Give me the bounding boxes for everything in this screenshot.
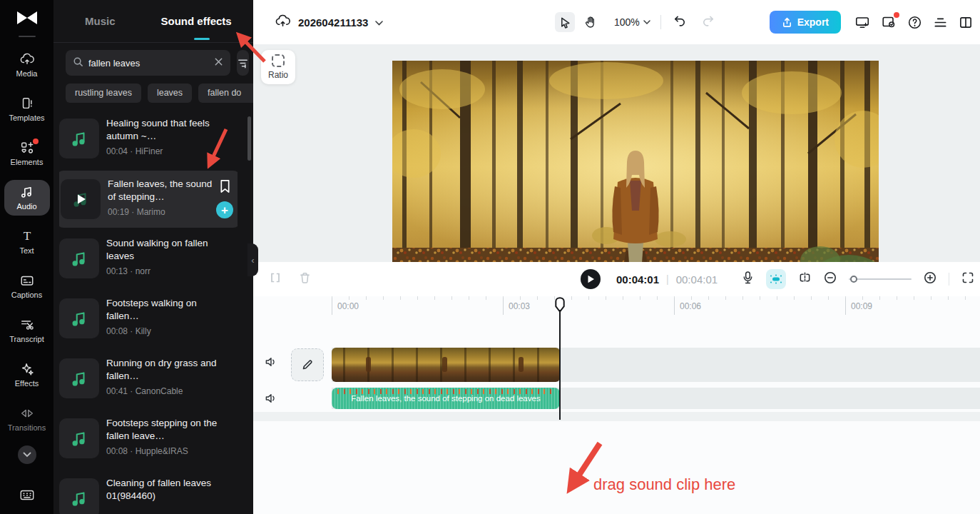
svg-text:T: T (23, 229, 31, 243)
capcut-logo-icon (15, 9, 39, 30)
search-icon (73, 56, 83, 70)
layout-panels-icon[interactable] (959, 16, 973, 29)
media-cloud-icon (19, 52, 35, 66)
send-to-device-icon[interactable] (854, 15, 870, 29)
ruler-tick-label: 00:09 (845, 298, 872, 315)
mute-video-track-icon[interactable] (265, 356, 277, 371)
sidebar-item-media[interactable]: Media (4, 47, 50, 83)
chip-rustling-leaves[interactable]: rustling leaves (66, 84, 141, 103)
sidebar-item-templates[interactable]: Templates (4, 91, 50, 127)
playhead-line[interactable] (559, 310, 561, 420)
export-button[interactable]: Export (770, 11, 841, 34)
record-voiceover-icon[interactable] (742, 271, 754, 288)
project-menu-chevron-icon[interactable] (375, 16, 383, 29)
chip-leaves[interactable]: leaves (148, 84, 192, 103)
timeline-zoom-slider[interactable] (849, 278, 912, 280)
sidebar-item-label: Captions (11, 291, 42, 299)
tabs-divider (53, 42, 253, 43)
audio-clip[interactable]: Fallen leaves, the sound of stepping on … (332, 388, 560, 409)
zoom-out-icon[interactable] (824, 271, 837, 287)
list-item[interactable]: Healing sound that feels autumn ~… 00:04… (59, 114, 238, 164)
video-clip[interactable] (332, 348, 560, 382)
chip-fallen-down[interactable]: fallen do (198, 84, 253, 103)
sound-meta: 00:13 · norr (106, 266, 219, 276)
music-note-icon (70, 249, 88, 268)
zoom-slider-handle[interactable] (850, 276, 857, 283)
select-tool-button[interactable] (555, 12, 575, 32)
list-item[interactable]: Running on dry grass and fallen… 00:41 ·… (59, 354, 238, 404)
sidebar-item-captions[interactable]: Captions (4, 268, 50, 304)
help-icon[interactable] (907, 15, 922, 30)
device-sync-icon[interactable] (881, 15, 897, 29)
timeline-play-button[interactable] (581, 269, 601, 289)
panel-collapse-handle[interactable]: ‹ (247, 243, 258, 276)
active-tab-underline (194, 38, 210, 40)
tab-music[interactable]: Music (85, 15, 116, 27)
toolbar-divider (660, 15, 661, 29)
edit-cover-button[interactable] (291, 348, 324, 381)
sound-title: Running on dry grass and fallen… (106, 357, 219, 383)
split-icon[interactable] (269, 271, 282, 287)
cloud-upload-icon (275, 14, 291, 31)
list-item[interactable]: Footsteps stepping on the fallen leave… … (59, 414, 238, 464)
timeline-toolbar: 00:04:01 | 00:04:01 (253, 262, 980, 296)
delete-icon[interactable] (299, 271, 311, 287)
sidebar-item-audio[interactable]: Audio (4, 180, 50, 216)
ruler-tick-label: 00:06 (674, 298, 701, 315)
list-item-selected[interactable]: Fallen leaves, the sound of stepping… 00… (59, 171, 238, 228)
list-item[interactable]: Sound walking on fallen leaves 00:13 · n… (59, 234, 238, 284)
sound-title: Healing sound that feels autumn ~… (106, 117, 219, 143)
sidebar-item-text[interactable]: T Text (4, 224, 50, 260)
empty-track-lane (253, 412, 980, 421)
sidebar-item-effects[interactable]: Effects (4, 357, 50, 393)
list-item[interactable]: Cleaning of fallen leaves 01(984460) (59, 474, 238, 514)
keyboard-shortcuts-button[interactable] (19, 489, 35, 504)
ratio-dashed-square-icon (272, 54, 285, 67)
bookmark-icon[interactable] (219, 179, 231, 196)
add-to-timeline-button[interactable]: + (216, 201, 233, 218)
current-time: 00:04:01 (616, 273, 659, 286)
sidebar-item-label: Media (16, 69, 38, 78)
elements-icon (19, 141, 35, 155)
undo-button[interactable] (673, 14, 686, 30)
music-note-icon (70, 489, 88, 508)
timeline-area[interactable]: 00:00 00:03 00:06 00:09 (253, 296, 980, 514)
sound-thumbnail[interactable] (59, 298, 99, 338)
rail-divider (19, 36, 36, 37)
sidebar-expand-button[interactable] (18, 445, 36, 464)
split-clip-icon[interactable] (798, 271, 812, 287)
play-icon[interactable] (61, 179, 101, 219)
sound-thumbnail[interactable] (59, 238, 99, 278)
search-box[interactable] (66, 50, 230, 76)
clear-search-icon[interactable] (214, 56, 223, 69)
editor-main: 202604211133 100% (253, 0, 980, 514)
search-input[interactable] (88, 58, 214, 69)
ratio-button[interactable]: Ratio (261, 50, 295, 84)
sidebar-item-transcript[interactable]: Transcript (4, 313, 50, 348)
redo-button[interactable] (702, 14, 715, 30)
tab-sound-effects[interactable]: Sound effects (161, 15, 232, 27)
sound-thumbnail[interactable] (61, 179, 101, 219)
mute-audio-track-icon[interactable] (265, 393, 277, 407)
sidebar-item-elements[interactable]: Elements (4, 136, 50, 171)
sound-thumbnail[interactable] (59, 119, 99, 158)
sound-thumbnail[interactable] (59, 478, 99, 514)
zoom-level-dropdown[interactable]: 100% (614, 16, 650, 28)
panel-scrollbar[interactable] (247, 116, 251, 161)
audio-library-panel: Music Sound effects rustling leaves leav… (53, 0, 253, 514)
hand-tool-button[interactable] (580, 12, 600, 32)
sound-thumbnail[interactable] (59, 418, 99, 458)
zoom-in-icon[interactable] (924, 271, 936, 287)
menu-icon[interactable] (933, 16, 948, 29)
sound-title: Footsteps stepping on the fallen leave… (106, 417, 219, 443)
filter-button[interactable] (237, 50, 249, 76)
audio-effects-button-active[interactable] (766, 269, 786, 289)
sound-meta: 00:08 · Hupple&IRAS (106, 446, 219, 456)
timeline-ruler[interactable]: 00:00 00:03 00:06 00:09 (332, 296, 980, 315)
thumbnail-figure (442, 357, 447, 372)
sound-thumbnail[interactable] (59, 358, 99, 398)
sidebar-item-label: Templates (9, 114, 44, 122)
fullscreen-icon[interactable] (961, 271, 974, 287)
sidebar-item-transitions[interactable]: Transitions (4, 401, 50, 437)
list-item[interactable]: Footsteps walking on fallen… 00:08 · Kil… (59, 294, 238, 344)
